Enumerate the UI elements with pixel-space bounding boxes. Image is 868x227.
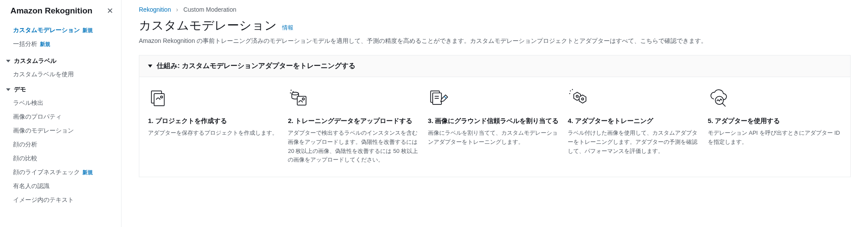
how-it-works-panel: 仕組み: カスタムモデレーションアダプターをトレーニングする 1. プロジェクト… <box>139 55 851 177</box>
svg-point-4 <box>293 91 294 92</box>
resize-handle[interactable] <box>121 0 122 227</box>
step-use-adapter: 5. アダプターを使用する モデレーション API を呼び出すときにアダプター … <box>708 88 842 165</box>
sidebar-item-label: カスタムラベルを使用 <box>13 71 74 78</box>
step-title: 2. トレーニングデータをアップロードする <box>288 116 421 125</box>
sidebar-title: Amazon Rekognition <box>10 6 92 16</box>
caret-down-icon <box>6 60 10 62</box>
step-title: 4. アダプターをトレーニング <box>568 116 701 125</box>
step-create-project: 1. プロジェクトを作成する アダプターを保存するプロジェクトを作成します。 <box>148 88 282 165</box>
step-title: 5. アダプターを使用する <box>708 116 842 125</box>
panel-header[interactable]: 仕組み: カスタムモデレーションアダプターをトレーニングする <box>139 55 850 77</box>
sidebar: Amazon Rekognition ✕ カスタムモデレーション 新規 一括分析… <box>0 0 122 227</box>
svg-point-16 <box>569 93 570 94</box>
svg-marker-18 <box>579 95 586 103</box>
project-icon <box>148 88 282 110</box>
step-assign-labels: 3. 画像にグラウンド信頼ラベルを割り当てる 画像にラベルを割り当てて、カスタム… <box>428 88 562 165</box>
new-badge: 新規 <box>82 27 93 34</box>
step-desc: モデレーション API を呼び出すときにアダプター ID を指定します。 <box>708 129 842 147</box>
svg-point-6 <box>292 92 299 95</box>
sidebar-item-label: 画像のプロパティ <box>13 113 62 121</box>
svg-point-14 <box>570 91 571 91</box>
sidebar-item-label-detection[interactable]: ラベル検出 <box>0 96 121 110</box>
svg-point-5 <box>290 92 291 93</box>
sidebar-item-text-in-image[interactable]: イメージ内のテキスト <box>0 193 121 207</box>
info-link[interactable]: 情報 <box>282 24 293 32</box>
breadcrumb-root[interactable]: Rekognition <box>139 6 171 13</box>
sidebar-item-label: 顔の分析 <box>13 141 37 149</box>
page-title: カスタムモデレーション <box>139 17 277 34</box>
svg-point-3 <box>291 90 292 91</box>
sidebar-top-group: カスタムモデレーション 新規 一括分析 新規 <box>0 22 121 53</box>
caret-down-icon <box>6 88 10 91</box>
step-title: 3. 画像にグラウンド信頼ラベルを割り当てる <box>428 116 562 125</box>
sidebar-item-label: 有名人の認識 <box>13 182 49 190</box>
sidebar-item-face-comparison[interactable]: 顔の比較 <box>0 152 121 165</box>
panel-title: 仕組み: カスタムモデレーションアダプターをトレーニングする <box>157 62 355 71</box>
steps-row: 1. プロジェクトを作成する アダプターを保存するプロジェクトを作成します。 <box>139 77 850 177</box>
sidebar-section-label: カスタムラベル <box>14 57 56 65</box>
breadcrumb-current: Custom Moderation <box>183 6 236 13</box>
svg-rect-1 <box>154 94 164 106</box>
sidebar-item-image-moderation[interactable]: 画像のモデレーション <box>0 124 121 138</box>
sidebar-item-image-properties[interactable]: 画像のプロパティ <box>0 110 121 124</box>
sidebar-item-label: 顔のライブネスチェック <box>13 169 80 176</box>
page-title-row: カスタムモデレーション 情報 <box>139 17 851 34</box>
sidebar-item-celebrity-recognition[interactable]: 有名人の認識 <box>0 179 121 193</box>
sidebar-item-facial-analysis[interactable]: 顔の分析 <box>0 138 121 152</box>
sidebar-item-face-liveness[interactable]: 顔のライブネスチェック 新規 <box>0 165 121 179</box>
chevron-right-icon: › <box>176 6 178 13</box>
new-badge: 新規 <box>40 41 50 48</box>
cloud-analyze-icon <box>708 88 842 110</box>
sidebar-section-demo[interactable]: デモ <box>0 81 121 96</box>
label-pencil-icon <box>428 88 562 110</box>
sidebar-item-label: イメージ内のテキスト <box>13 196 74 204</box>
sidebar-item-label: 一括分析 <box>13 40 37 48</box>
page-description: Amazon Rekognition の事前トレーニング済みのモデレーションモデ… <box>139 36 851 45</box>
step-desc: アダプターで検出するラベルのインスタンスを含む画像をアップロードします。偽陽性を… <box>288 129 421 165</box>
sidebar-item-label: 顔の比較 <box>13 155 37 162</box>
new-badge: 新規 <box>82 169 93 176</box>
svg-point-15 <box>572 89 573 90</box>
sidebar-item-label: ラベル検出 <box>13 99 43 107</box>
close-icon[interactable]: ✕ <box>107 6 113 16</box>
sidebar-item-label: カスタムモデレーション <box>13 26 80 34</box>
step-title: 1. プロジェクトを作成する <box>148 116 282 125</box>
step-desc: アダプターを保存するプロジェクトを作成します。 <box>148 129 282 138</box>
step-upload-training-data: 2. トレーニングデータをアップロードする アダプターで検出するラベルのインスタ… <box>288 88 421 165</box>
step-desc: 画像にラベルを割り当てて、カスタムモデレーションアダプターをトレーニングします。 <box>428 129 562 147</box>
svg-point-21 <box>715 96 723 104</box>
sidebar-item-bulk-analysis[interactable]: 一括分析 新規 <box>0 37 121 51</box>
train-network-icon <box>568 88 701 110</box>
step-train-adapter: 4. アダプターをトレーニング ラベル付けした画像を使用して、カスタムアダプター… <box>568 88 701 165</box>
sidebar-item-custom-moderation[interactable]: カスタムモデレーション 新規 <box>0 23 121 37</box>
svg-line-22 <box>722 104 725 107</box>
breadcrumb: Rekognition › Custom Moderation <box>139 6 851 13</box>
sidebar-section-custom-labels[interactable]: カスタムラベル <box>0 53 121 68</box>
sidebar-item-label: 画像のモデレーション <box>13 127 74 135</box>
main-content: Rekognition › Custom Moderation カスタムモデレー… <box>122 0 868 227</box>
sidebar-item-use-custom-labels[interactable]: カスタムラベルを使用 <box>0 68 121 81</box>
step-desc: ラベル付けした画像を使用して、カスタムアダプターをトレーニングします。アダプター… <box>568 129 701 156</box>
sidebar-header: Amazon Rekognition ✕ <box>0 6 121 22</box>
database-images-icon <box>288 88 421 110</box>
caret-down-icon <box>148 65 152 68</box>
sidebar-section-label: デモ <box>14 86 26 94</box>
